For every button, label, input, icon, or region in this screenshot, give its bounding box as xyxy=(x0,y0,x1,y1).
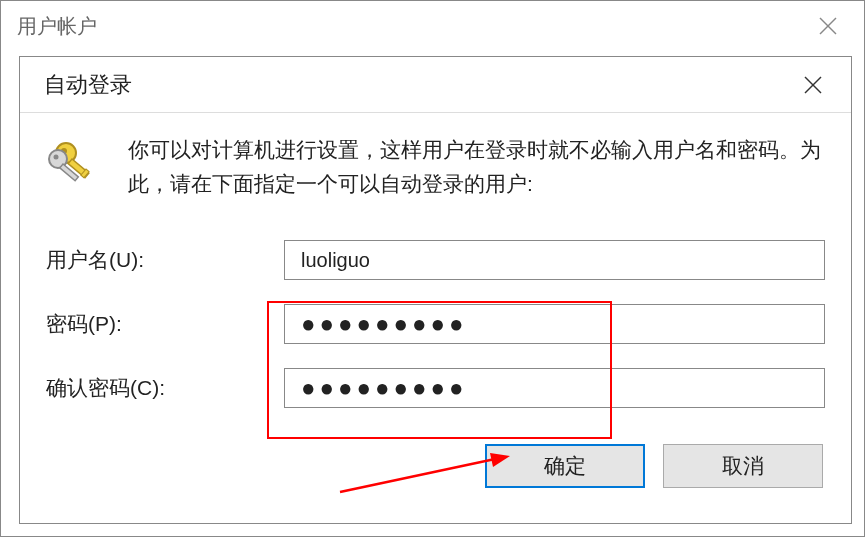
info-section: 你可以对计算机进行设置，这样用户在登录时就不必输入用户名和密码。为此，请在下面指… xyxy=(46,133,825,200)
dialog-description: 你可以对计算机进行设置，这样用户在登录时就不必输入用户名和密码。为此，请在下面指… xyxy=(128,133,825,200)
dialog-buttons: 确定 取消 xyxy=(46,444,825,488)
svg-point-9 xyxy=(54,155,59,160)
dialog-title: 自动登录 xyxy=(44,70,132,100)
outer-close-button[interactable] xyxy=(808,6,848,46)
close-icon xyxy=(804,76,822,94)
ok-button[interactable]: 确定 xyxy=(485,444,645,488)
confirm-password-row: 确认密码(C): xyxy=(46,368,825,408)
outer-window-title: 用户帐户 xyxy=(17,13,97,40)
outer-window: 用户帐户 自动登录 xyxy=(0,0,865,537)
username-input[interactable] xyxy=(284,240,825,280)
password-row: 密码(P): xyxy=(46,304,825,344)
dialog-titlebar: 自动登录 xyxy=(20,57,851,113)
username-row: 用户名(U): xyxy=(46,240,825,280)
password-label: 密码(P): xyxy=(46,310,284,338)
auto-login-dialog: 自动登录 xyxy=(19,56,852,524)
username-label: 用户名(U): xyxy=(46,246,284,274)
password-input[interactable] xyxy=(284,304,825,344)
dialog-close-button[interactable] xyxy=(793,65,833,105)
confirm-password-label: 确认密码(C): xyxy=(46,374,284,402)
outer-titlebar: 用户帐户 xyxy=(1,1,864,51)
close-icon xyxy=(819,17,837,35)
cancel-button[interactable]: 取消 xyxy=(663,444,823,488)
keys-icon xyxy=(46,133,104,191)
confirm-password-input[interactable] xyxy=(284,368,825,408)
dialog-body: 你可以对计算机进行设置，这样用户在登录时就不必输入用户名和密码。为此，请在下面指… xyxy=(20,113,851,504)
